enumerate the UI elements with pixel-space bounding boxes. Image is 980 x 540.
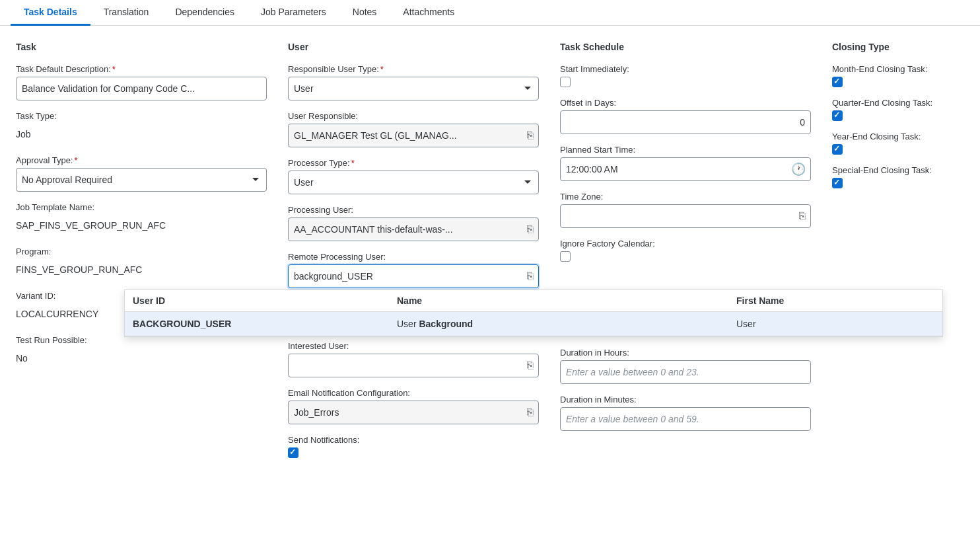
start-immediately-checkbox-wrap xyxy=(560,77,811,87)
dropdown-name-cell: User Background xyxy=(397,319,736,329)
time-zone-copy-icon[interactable]: ⎘ xyxy=(799,210,806,222)
email-notif-label: Email Notification Configuration: xyxy=(288,388,539,398)
interested-user-label: Interested User: xyxy=(288,341,539,351)
clock-icon[interactable]: 🕐 xyxy=(791,162,806,176)
month-end-group: Month-End Closing Task: xyxy=(832,64,964,87)
processing-user-group: Processing User: ⎘ xyxy=(288,205,539,241)
processing-user-copy-icon[interactable]: ⎘ xyxy=(527,223,534,235)
planned-start-time-group: Planned Start Time: 🕐 xyxy=(560,145,811,181)
send-notif-checkbox[interactable] xyxy=(288,447,298,458)
planned-start-time-wrap: 🕐 xyxy=(560,157,811,181)
user-responsible-group: User Responsible: ⎘ xyxy=(288,111,539,147)
task-default-desc-label: Task Default Description:* xyxy=(16,64,267,74)
duration-hours-input[interactable] xyxy=(560,360,811,384)
year-end-group: Year-End Closing Task: xyxy=(832,132,964,155)
user-dropdown-table: User ID Name First Name BACKGROUND_USER … xyxy=(124,289,943,337)
start-immediately-label: Start Immediately: xyxy=(560,64,811,74)
task-default-desc-input[interactable] xyxy=(16,77,267,100)
month-end-checkbox[interactable] xyxy=(832,77,843,87)
task-type-value: Job xyxy=(16,124,267,145)
user-section-header: User xyxy=(288,42,539,52)
task-type-label: Task Type: xyxy=(16,111,267,121)
start-immediately-checkbox[interactable] xyxy=(560,77,571,87)
offset-days-input[interactable] xyxy=(560,110,811,134)
send-notif-group: Send Notifications: xyxy=(288,435,539,458)
task-default-desc-wrap xyxy=(16,77,267,100)
offset-days-group: Offset in Days: xyxy=(560,98,811,134)
task-default-desc-group: Task Default Description:* xyxy=(16,64,267,100)
time-zone-input[interactable] xyxy=(560,204,811,228)
dropdown-userid-cell: BACKGROUND_USER xyxy=(133,319,397,329)
responsible-user-type-select[interactable]: User xyxy=(288,77,539,100)
task-schedule-header: Task Schedule xyxy=(560,42,811,52)
tab-notes[interactable]: Notes xyxy=(339,0,390,26)
dropdown-firstname-cell: User xyxy=(736,319,934,329)
task-section: Task Task Default Description:* Task Typ… xyxy=(16,42,267,469)
job-template-value: SAP_FINS_VE_GROUP_RUN_AFC xyxy=(16,215,267,236)
quarter-end-checkbox[interactable] xyxy=(832,110,843,121)
required-star4: * xyxy=(351,158,355,168)
time-zone-group: Time Zone: ⎘ xyxy=(560,192,811,228)
duration-minutes-label: Duration in Minutes: xyxy=(560,395,811,405)
ignore-factory-cal-group: Ignore Factory Calendar: xyxy=(560,239,811,262)
approval-type-select[interactable]: No Approval Required xyxy=(16,168,267,192)
dropdown-col-firstname-header: First Name xyxy=(736,295,934,306)
special-end-checkbox[interactable] xyxy=(832,178,843,188)
task-section-header: Task xyxy=(16,42,267,52)
closing-type-section: Closing Type Month-End Closing Task: Qua… xyxy=(832,42,964,469)
remote-processing-user-input[interactable] xyxy=(288,264,539,288)
tab-bar: Task Details Translation Dependencies Jo… xyxy=(0,0,980,26)
month-end-label: Month-End Closing Task: xyxy=(832,64,964,74)
dropdown-col-name-header: Name xyxy=(397,295,736,306)
dropdown-result-row[interactable]: BACKGROUND_USER User Background User xyxy=(125,312,942,336)
send-notif-label: Send Notifications: xyxy=(288,435,539,445)
month-end-checkbox-wrap xyxy=(832,77,964,87)
interested-user-group: Interested User: ⎘ xyxy=(288,341,539,377)
remote-processing-user-label: Remote Processing User: xyxy=(288,252,539,262)
email-notif-input[interactable] xyxy=(288,401,539,424)
duration-minutes-input[interactable] xyxy=(560,407,811,431)
responsible-user-type-label: Responsible User Type:* xyxy=(288,64,539,74)
time-zone-wrap: ⎘ xyxy=(560,204,811,228)
required-star: * xyxy=(112,64,116,74)
tab-job-parameters[interactable]: Job Parameters xyxy=(248,0,339,26)
tab-translation[interactable]: Translation xyxy=(90,0,162,26)
remote-processing-user-copy-icon[interactable]: ⎘ xyxy=(527,270,534,282)
email-notif-group: Email Notification Configuration: ⎘ xyxy=(288,388,539,424)
tab-dependencies[interactable]: Dependencies xyxy=(162,0,248,26)
year-end-checkbox[interactable] xyxy=(832,144,843,155)
processing-user-input[interactable] xyxy=(288,217,539,241)
remote-processing-user-group: Remote Processing User: ⎘ User ID Name F… xyxy=(288,252,539,288)
special-end-checkbox-wrap xyxy=(832,178,964,188)
dropdown-name-prefix: User xyxy=(397,319,419,329)
year-end-checkbox-wrap xyxy=(832,144,964,155)
approval-type-group: Approval Type:* No Approval Required xyxy=(16,155,267,192)
processing-user-wrap: ⎘ xyxy=(288,217,539,241)
test-run-value: No xyxy=(16,348,267,369)
duration-hours-group: Duration in Hours: xyxy=(560,348,811,384)
interested-user-input[interactable] xyxy=(288,354,539,377)
test-run-group: Test Run Possible: No xyxy=(16,335,267,369)
email-notif-copy-icon[interactable]: ⎘ xyxy=(527,406,534,418)
quarter-end-checkbox-wrap xyxy=(832,110,964,121)
ignore-factory-cal-checkbox-wrap xyxy=(560,251,811,262)
program-value: FINS_VE_GROUP_RUN_AFC xyxy=(16,259,267,280)
closing-type-header: Closing Type xyxy=(832,42,964,52)
interested-user-copy-icon[interactable]: ⎘ xyxy=(527,360,534,371)
planned-start-time-label: Planned Start Time: xyxy=(560,145,811,155)
dropdown-userid-value: BACKGROUND_USER xyxy=(133,319,231,329)
ignore-factory-cal-checkbox[interactable] xyxy=(560,251,571,262)
user-responsible-label: User Responsible: xyxy=(288,111,539,121)
processor-type-select[interactable]: User xyxy=(288,171,539,194)
program-group: Program: FINS_VE_GROUP_RUN_AFC xyxy=(16,247,267,280)
user-responsible-input[interactable] xyxy=(288,124,539,147)
quarter-end-group: Quarter-End Closing Task: xyxy=(832,98,964,121)
planned-start-time-input[interactable] xyxy=(560,157,811,181)
tab-attachments[interactable]: Attachments xyxy=(390,0,468,26)
job-template-group: Job Template Name: SAP_FINS_VE_GROUP_RUN… xyxy=(16,202,267,236)
user-responsible-copy-icon[interactable]: ⎘ xyxy=(527,130,534,141)
required-star3: * xyxy=(380,64,384,74)
tab-task-details[interactable]: Task Details xyxy=(11,0,90,26)
duration-minutes-group: Duration in Minutes: xyxy=(560,395,811,431)
form-grid: Task Task Default Description:* Task Typ… xyxy=(16,42,964,469)
